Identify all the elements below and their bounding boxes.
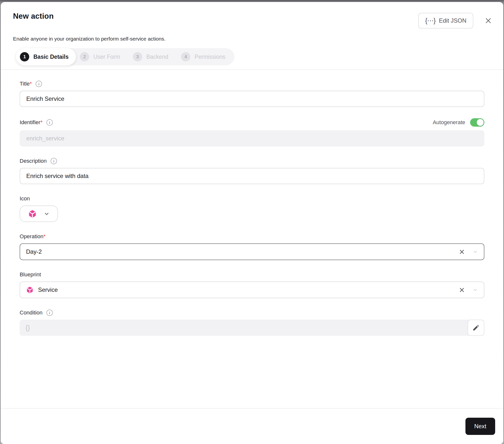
icon-dropdown[interactable] — [20, 206, 58, 222]
operation-field-group: Operation* Day-2 — [20, 233, 484, 260]
edit-json-label: Edit JSON — [439, 17, 467, 24]
modal-header: New action {⋯} Edit JSON Enable anyone i… — [1, 2, 503, 65]
description-label: Description — [20, 158, 47, 164]
step-label: Backend — [146, 54, 168, 60]
title-input[interactable] — [20, 91, 484, 107]
page-title: New action — [13, 12, 54, 21]
condition-placeholder: {} — [26, 324, 30, 332]
step-number: 3 — [133, 52, 142, 61]
clear-x-icon — [459, 249, 465, 255]
chevron-down-icon — [472, 287, 478, 292]
blueprint-label: Blueprint — [20, 271, 41, 278]
info-icon[interactable]: i — [36, 81, 42, 87]
operation-value: Day-2 — [26, 248, 42, 255]
select-expand-button[interactable] — [472, 249, 478, 254]
blueprint-value: Service — [38, 286, 58, 293]
required-asterisk: * — [30, 81, 32, 87]
identifier-field-group: Identifier* i Autogenerate — [20, 118, 484, 147]
chevron-down-icon — [44, 211, 50, 217]
required-asterisk: * — [43, 233, 46, 239]
autogenerate-label: Autogenerate — [433, 119, 465, 126]
description-input[interactable] — [20, 168, 484, 184]
clear-selection-button[interactable] — [459, 287, 465, 293]
condition-label: Condition — [20, 309, 42, 316]
operation-label: Operation* — [20, 233, 45, 240]
condition-input: {} — [20, 320, 484, 336]
identifier-label: Identifier* — [20, 119, 42, 126]
step-basic-details[interactable]: 1 Basic Details — [16, 48, 76, 65]
step-number: 1 — [20, 52, 29, 61]
step-label: Permissions — [195, 54, 225, 60]
stepper: 1 Basic Details 2 User Form 3 Backend 4 … — [16, 48, 234, 65]
edit-condition-button[interactable] — [468, 320, 484, 336]
info-icon[interactable]: i — [46, 119, 53, 126]
identifier-input — [20, 130, 484, 147]
toggle-knob — [477, 119, 484, 126]
condition-field-group: Condition i {} — [20, 309, 484, 336]
info-icon[interactable]: i — [46, 309, 53, 316]
step-label: User Form — [93, 54, 120, 60]
new-action-modal: New action {⋯} Edit JSON Enable anyone i… — [1, 2, 503, 444]
info-icon[interactable]: i — [51, 158, 57, 164]
modal-subtitle: Enable anyone in your organization to pe… — [13, 36, 496, 42]
step-label: Basic Details — [33, 54, 69, 60]
step-number: 4 — [181, 52, 190, 61]
clear-selection-button[interactable] — [459, 249, 465, 255]
service-cube-icon — [26, 286, 34, 294]
modal-footer: Next — [1, 408, 503, 444]
blueprint-select[interactable]: Service — [20, 282, 484, 298]
close-icon — [485, 17, 492, 24]
next-button[interactable]: Next — [466, 418, 495, 435]
blueprint-field-group: Blueprint Service — [20, 271, 484, 298]
description-field-group: Description i — [20, 158, 484, 184]
step-user-form[interactable]: 2 User Form — [76, 48, 129, 65]
autogenerate-toggle[interactable] — [470, 118, 484, 127]
clear-x-icon — [459, 287, 465, 293]
json-braces-icon: {⋯} — [425, 18, 435, 24]
operation-select[interactable]: Day-2 — [20, 243, 484, 260]
chevron-down-icon — [472, 249, 478, 254]
icon-field-group: Icon — [20, 195, 484, 222]
pencil-icon — [472, 324, 480, 331]
icon-label: Icon — [20, 195, 30, 202]
edit-json-button[interactable]: {⋯} Edit JSON — [418, 13, 473, 29]
step-number: 2 — [80, 52, 89, 61]
title-field-group: Title* i — [20, 81, 484, 107]
close-button[interactable] — [484, 16, 493, 25]
service-cube-icon — [28, 210, 37, 218]
basic-details-form: Title* i Identifier* i Autogenerate — [1, 70, 503, 408]
select-expand-button[interactable] — [472, 287, 478, 292]
step-permissions[interactable]: 4 Permissions — [177, 48, 234, 65]
title-label: Title* — [20, 81, 32, 87]
step-backend[interactable]: 3 Backend — [129, 48, 177, 65]
required-asterisk: * — [40, 119, 42, 125]
